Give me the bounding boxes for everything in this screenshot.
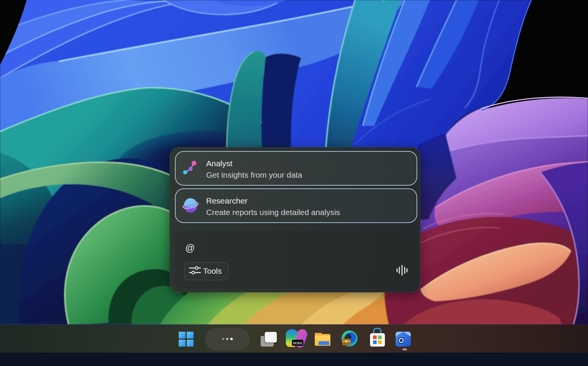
svg-text:M365: M365 [293,341,302,345]
